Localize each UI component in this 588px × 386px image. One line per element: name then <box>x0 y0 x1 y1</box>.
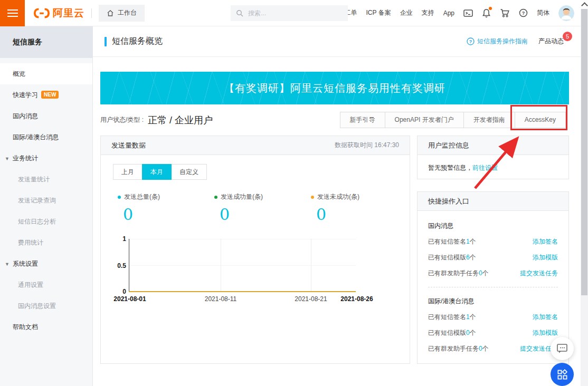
sidebar-item-send-volume-stats[interactable]: 发送量统计 <box>0 169 92 190</box>
user-status-row: 用户状态/类型 : 正常 / 企业用户 <box>100 112 213 128</box>
feedback-chat-button[interactable] <box>551 337 574 360</box>
x-tick-0801: 2021-08-01 <box>107 295 153 303</box>
user-monitor-panel-header: 用户监控信息 <box>418 136 568 155</box>
aliyun-logo-text: 阿里云 <box>53 6 84 20</box>
gridline <box>129 239 356 239</box>
hamburger-menu-icon[interactable] <box>0 0 25 26</box>
menu-icp[interactable]: ICP 备案 <box>366 8 391 17</box>
user-status-value: 正常 / 企业用户 <box>148 114 213 127</box>
sidebar-item-help-docs[interactable]: 帮助文档 <box>0 316 92 337</box>
page-scrollbar[interactable] <box>581 0 588 386</box>
add-template-link[interactable]: 添加模版 <box>533 329 558 337</box>
search-icon <box>236 9 243 17</box>
add-template-link[interactable]: 添加模版 <box>533 253 558 262</box>
home-icon <box>107 9 114 17</box>
page-title: 短信服务概览 <box>112 36 163 47</box>
list-item: 已有群发助手任务0个 提交发送任务 <box>428 269 558 278</box>
topbar: 阿里云 工作台 费用 工单 ICP 备案 企业 支持 App ? 简 <box>0 0 581 26</box>
tab-last-month[interactable]: 上月 <box>113 164 143 180</box>
page-header: 短信服务概览 ? 短信服务操作指南 产品动态 5 <box>93 26 581 57</box>
locale-switcher[interactable]: 简体 <box>537 8 549 17</box>
search-input[interactable] <box>247 9 343 17</box>
cart-icon[interactable] <box>500 8 510 18</box>
list-item: 已有短信模版6个 添加模版 <box>428 253 558 262</box>
main-content: 短信服务概览 ? 短信服务操作指南 产品动态 5 【有奖调研】阿里云短信服务易用… <box>93 26 581 386</box>
list-item: 已有短信模版0个 添加模版 <box>428 329 558 337</box>
dashed-divider <box>428 287 558 287</box>
aliyun-logo-icon <box>33 7 50 19</box>
workspace-label: 工作台 <box>118 8 137 17</box>
send-volume-panel-title: 发送量数据 <box>111 141 146 150</box>
quick-entry-panel: 快捷操作入口 国内消息 已有短信签名1个 添加签名 已有短信模版6个 添加模版 … <box>417 191 569 364</box>
aliyun-logo[interactable]: 阿里云 <box>33 6 84 20</box>
stat-failed-sent: 发送未成功(条) 0 <box>311 192 407 224</box>
y-axis <box>129 239 129 292</box>
quick-entry-panel-header: 快捷操作入口 <box>418 192 568 211</box>
app-launcher-button[interactable] <box>551 363 574 386</box>
sidebar-item-domestic-messages[interactable]: 国内消息 <box>0 105 92 127</box>
openapi-portal-button[interactable]: OpenAPI 开发者门户 <box>385 112 464 128</box>
add-signature-link[interactable]: 添加签名 <box>533 237 558 246</box>
scroll-up-button[interactable] <box>581 0 588 9</box>
operation-guide-link[interactable]: ? 短信服务操作指南 <box>467 37 528 46</box>
banner-text: 【有奖调研】阿里云短信服务易用性有奖调研 <box>224 81 445 95</box>
workspace-button[interactable]: 工作台 <box>99 5 145 22</box>
sidebar-group-business-stats[interactable]: ▼业务统计 <box>0 148 92 169</box>
avatar[interactable] <box>558 5 574 21</box>
series-line-zero <box>129 291 356 292</box>
add-signature-link[interactable]: 添加签名 <box>533 313 558 322</box>
svg-text:?: ? <box>469 39 472 44</box>
help-icon[interactable]: ? <box>519 8 528 17</box>
sidebar-item-sms-log-analysis[interactable]: 短信日志分析 <box>0 211 92 232</box>
sidebar-item-cost-stats[interactable]: 费用统计 <box>0 232 92 253</box>
stat-success-sent: 发送成功量(条) 0 <box>214 192 311 224</box>
failed-dot-icon <box>311 196 314 199</box>
x-tick-0826: 2021-08-26 <box>334 295 380 303</box>
cloudshell-icon[interactable] <box>463 9 473 17</box>
chat-bubble-icon <box>556 343 568 354</box>
title-accent-bar <box>105 37 107 46</box>
quick-entry-panel-title: 快捷操作入口 <box>428 197 469 206</box>
menu-enterprise[interactable]: 企业 <box>400 8 413 17</box>
survey-banner[interactable]: 【有奖调研】阿里云短信服务易用性有奖调研 <box>100 72 569 104</box>
send-volume-panel: 发送量数据 数据获取时间 16:47:30 上月 本月 自定义 发送总量(条) … <box>100 136 410 364</box>
chevron-down-icon: ▼ <box>5 148 10 169</box>
menu-support[interactable]: 支持 <box>422 8 434 17</box>
tab-this-month[interactable]: 本月 <box>142 164 172 180</box>
sidebar-item-domestic-message-settings[interactable]: 国内消息设置 <box>0 295 92 316</box>
sidebar-title: 短信服务 <box>0 26 92 58</box>
group-international-title: 国际/港澳台消息 <box>428 297 558 306</box>
stats-row: 发送总量(条) 0 发送成功量(条) 0 发送未成功(条) 0 <box>101 192 410 224</box>
sidebar-group-system-settings[interactable]: ▼系统设置 <box>0 253 92 274</box>
submit-send-task-link[interactable]: 提交发送任务 <box>520 269 558 278</box>
quick-action-buttons: 新手引导 OpenAPI 开发者门户 开发者指南 AccessKey <box>340 112 566 128</box>
gridline <box>311 239 311 292</box>
menu-app[interactable]: App <box>443 9 454 17</box>
stat-total-sent: 发送总量(条) 0 <box>118 192 214 224</box>
sidebar-item-general-settings[interactable]: 通用设置 <box>0 274 92 295</box>
scrollbar-thumb[interactable] <box>581 9 587 295</box>
sidebar-item-international-messages[interactable]: 国际/港澳台消息 <box>0 127 92 148</box>
go-to-settings-link[interactable]: 前往设置 <box>472 164 498 171</box>
product-news-link[interactable]: 产品动态 5 <box>538 37 564 46</box>
topbar-divider <box>91 8 92 18</box>
send-volume-chart: 1 0.5 0 2021-08-01 2021-08-11 2021-08-21… <box>101 239 410 310</box>
sidebar-item-overview[interactable]: 概览 <box>0 63 92 84</box>
stat-success-value: 0 <box>220 205 311 224</box>
sidebar-item-quick-learning[interactable]: 快速学习NEW <box>0 84 92 105</box>
notifications-bell-icon[interactable] <box>482 8 491 18</box>
sidebar: 短信服务 概览 快速学习NEW 国内消息 国际/港澳台消息 ▼业务统计 发送量统… <box>0 26 93 386</box>
new-badge: NEW <box>41 91 59 99</box>
gridline <box>221 239 221 292</box>
sidebar-items: 概览 快速学习NEW 国内消息 国际/港澳台消息 ▼业务统计 发送量统计 发送记… <box>0 58 92 337</box>
beginner-guide-button[interactable]: 新手引导 <box>340 112 385 128</box>
y-tick-05: 0.5 <box>103 262 126 269</box>
period-tabs: 上月 本月 自定义 <box>113 164 207 180</box>
global-search[interactable] <box>231 5 348 21</box>
tab-custom[interactable]: 自定义 <box>171 164 207 180</box>
svg-text:?: ? <box>522 11 525 16</box>
developer-guide-button[interactable]: 开发者指南 <box>463 112 515 128</box>
accesskey-button[interactable]: AccessKey <box>515 112 566 128</box>
list-item: 已有群发助手任务0个 提交发送任务 <box>428 344 558 353</box>
sidebar-item-send-record-query[interactable]: 发送记录查询 <box>0 190 92 211</box>
